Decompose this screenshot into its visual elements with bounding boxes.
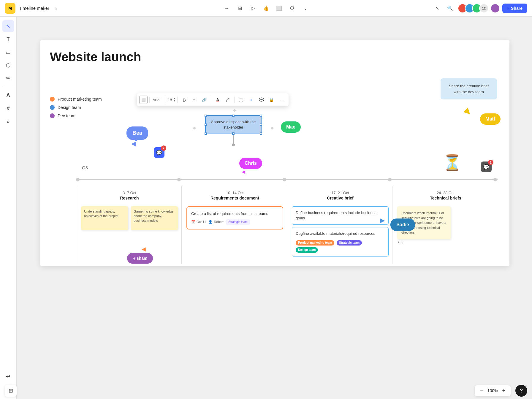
ft-color-btn[interactable]: A xyxy=(213,95,222,104)
ft-select-btn[interactable]: ⬜ xyxy=(139,96,148,104)
miro-logo: M xyxy=(5,3,15,14)
timeline-dot-4 xyxy=(493,178,497,181)
timeline-dot-2 xyxy=(283,178,286,181)
handle-bc[interactable] xyxy=(232,132,235,135)
ft-circle-outline-btn[interactable]: ◯ xyxy=(236,95,246,104)
task-card-requirements[interactable]: Create a list of requirements from all s… xyxy=(186,206,283,229)
handle-br[interactable] xyxy=(260,132,262,135)
handle-tr[interactable] xyxy=(260,115,262,117)
col-title-1: Requirements document xyxy=(186,196,283,200)
ft-link-btn[interactable]: 🔗 xyxy=(200,95,209,104)
badge-count-2: 2 xyxy=(488,160,493,165)
cursor-mae-container: Mae xyxy=(281,121,301,133)
ft-lock-btn[interactable]: 🔒 xyxy=(267,95,276,104)
cursor-bea-bubble: Bea xyxy=(126,126,148,140)
board-main-title: Website launch xyxy=(50,50,141,64)
comment-badge-1[interactable]: 💬 2 xyxy=(154,147,164,158)
ft-font-name[interactable]: Arial xyxy=(151,98,163,102)
timeline-line xyxy=(76,179,498,180)
legend-dot-dev xyxy=(50,113,55,118)
sticky-technical-count: 5 xyxy=(401,240,403,244)
cursor-bea: Bea ▶ xyxy=(126,126,148,148)
timeline-col-requirements: 10–14 Oct Requirements document Create a… xyxy=(181,186,287,264)
col-date-1: 10–14 Oct xyxy=(186,191,283,195)
task-meta-person: 👤 Robert xyxy=(208,220,224,224)
sticky-note-2[interactable]: Garnering some knowledge about the compa… xyxy=(131,206,178,230)
nav-more-tool[interactable]: ⌄ xyxy=(300,3,311,14)
person-icon: 👤 xyxy=(208,220,213,224)
comment-badge-inner-2[interactable]: 💬 2 xyxy=(481,162,492,172)
share-button[interactable]: ↑ Share xyxy=(502,4,527,13)
ft-highlight-btn[interactable]: 🖊 xyxy=(223,95,232,104)
ruler-tool-btn[interactable]: A xyxy=(2,89,14,101)
selected-card-text: Approve all specs with the stakeholder xyxy=(211,120,256,129)
frame-tool-btn[interactable]: # xyxy=(2,102,14,114)
sel-dot-top xyxy=(233,109,236,112)
task-card-define-biz[interactable]: Define business requirements include bus… xyxy=(292,206,389,225)
share-icon: ↑ xyxy=(507,6,509,11)
cursor-sadie-bubble: Sadie xyxy=(390,218,415,231)
cursor-bea-container: Bea ▶ xyxy=(126,126,148,148)
col-title-3: Technical briefs xyxy=(397,196,494,200)
ft-size-controls[interactable]: ▲ ▼ xyxy=(173,97,175,102)
select-tool-btn[interactable]: ↖ xyxy=(2,20,14,32)
callout-share[interactable]: Share the creative brief with the dev te… xyxy=(441,78,497,99)
help-btn[interactable]: ? xyxy=(515,385,527,397)
handle-bl[interactable] xyxy=(205,132,207,135)
nav-arrow-tool[interactable]: → xyxy=(221,3,232,14)
timeline-dot-1 xyxy=(177,178,181,181)
tag-design: Design team xyxy=(296,247,318,253)
text-tool-btn[interactable]: T xyxy=(2,33,14,45)
ft-circle-fill-btn[interactable]: ● xyxy=(246,95,256,104)
ft-font-size[interactable]: 18 xyxy=(167,98,172,102)
shapes-tool-btn[interactable]: ⬡ xyxy=(2,59,14,71)
legend-item-design: Design team xyxy=(50,105,102,110)
bottom-bar: ⊞ − 100% + ? xyxy=(0,382,532,399)
undo-btn[interactable]: ↩ xyxy=(2,370,14,382)
zoom-controls: − 100% + xyxy=(475,385,511,396)
zoom-icon-btn[interactable]: 🔍 xyxy=(445,3,455,14)
legend-dot-product xyxy=(50,97,55,102)
research-notes: Understanding goals, objectives of the p… xyxy=(81,206,178,230)
cursor-matt-bubble: Matt xyxy=(480,113,501,125)
handle-tl[interactable] xyxy=(205,115,207,117)
more-tools-btn[interactable]: » xyxy=(2,115,14,127)
nav-present-tool[interactable]: ▷ xyxy=(248,3,258,14)
selected-card[interactable]: Approve all specs with the stakeholder xyxy=(205,115,262,134)
nav-image-tool[interactable]: ⬜ xyxy=(274,3,284,14)
ft-size-down[interactable]: ▼ xyxy=(173,100,175,102)
timeline-dot-3 xyxy=(388,178,392,181)
note-tool-btn[interactable]: ▭ xyxy=(2,46,14,58)
comment-badge-inner-1[interactable]: 💬 2 xyxy=(154,147,164,158)
zoom-out-btn[interactable]: − xyxy=(478,387,485,395)
legend-item-dev: Dev team xyxy=(50,113,102,118)
timeline-col-creative: 17–21 Oct Creative brief Define business… xyxy=(287,186,392,264)
legend-label-product: Product marketing team xyxy=(58,97,102,102)
cursor-tool-btn[interactable]: ↖ xyxy=(432,3,442,14)
task-requirements-text: Create a list of requirements from all s… xyxy=(191,211,278,216)
handle-ml[interactable] xyxy=(205,124,207,126)
nav-table-tool[interactable]: ⊞ xyxy=(235,3,245,14)
zoom-in-btn[interactable]: + xyxy=(500,387,507,395)
star-icon[interactable]: ☆ xyxy=(54,6,58,11)
ft-comment-btn[interactable]: 💬 xyxy=(256,95,266,104)
comment-badge-2[interactable]: 💬 2 xyxy=(481,162,492,172)
task-card-define-avail[interactable]: Degfine available materials/required res… xyxy=(292,227,389,256)
legend-label-design: Design team xyxy=(58,105,81,110)
ft-more-btn[interactable]: ··· xyxy=(277,95,286,104)
handle-mr[interactable] xyxy=(260,124,262,126)
sidebar-toggle-btn[interactable]: ⊞ xyxy=(5,385,17,397)
nav-thumbs-tool[interactable]: 👍 xyxy=(261,3,271,14)
cursor-hisham: ◀ Hisham xyxy=(127,246,153,264)
timeline-dot-0 xyxy=(76,178,80,181)
handle-tc[interactable] xyxy=(232,115,235,117)
col-date-3: 24–28 Oct xyxy=(397,191,494,195)
ft-align-btn[interactable]: ≡ xyxy=(189,95,199,104)
sticky-note-1[interactable]: Understanding goals, objectives of the p… xyxy=(81,206,128,230)
legend-item-product: Product marketing team xyxy=(50,97,102,102)
ft-bold-btn[interactable]: B xyxy=(179,95,189,104)
format-toolbar: ⬜ Arial 18 ▲ ▼ B ≡ 🔗 A 🖊 ◯ ● 💬 xyxy=(137,93,289,106)
sticky-technical-star: ★ xyxy=(397,240,400,244)
nav-timer-tool[interactable]: ⏱ xyxy=(287,3,297,14)
pen-tool-btn[interactable]: ✏ xyxy=(2,72,14,84)
